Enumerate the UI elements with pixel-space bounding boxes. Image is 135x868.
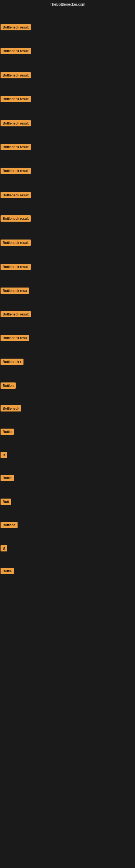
bottleneck-result-18: Bottle [1,429,14,436]
bottleneck-badge-6: Bottleneck result [1,144,31,150]
page-wrapper: TheBottlenecker.com Bottleneck resultBot… [0,0,135,868]
bottleneck-result-14: Bottleneck resu [1,335,29,342]
bottleneck-badge-19: B [1,452,7,458]
bottleneck-badge-2: Bottleneck result [1,48,31,54]
bottleneck-result-22: Bottlens [1,522,17,529]
bottleneck-result-2: Bottleneck result [1,48,31,55]
bottleneck-badge-21: Bott [1,499,11,505]
bottleneck-result-9: Bottleneck result [1,215,31,223]
bottleneck-result-20: Bottle [1,475,14,482]
bottleneck-result-24: Bottle [1,568,14,575]
bottleneck-result-19: B [1,452,7,459]
bottleneck-result-17: Bottleneck [1,405,21,412]
bottleneck-badge-5: Bottleneck result [1,120,31,126]
site-title-text: TheBottlenecker.com [50,2,85,6]
bottleneck-result-4: Bottleneck result [1,96,31,103]
bottleneck-result-12: Bottleneck resu [1,287,29,295]
bottleneck-result-5: Bottleneck result [1,120,31,127]
bottleneck-badge-7: Bottleneck result [1,167,31,174]
bottleneck-badge-23: B [1,545,7,552]
bottleneck-result-13: Bottleneck result [1,311,31,318]
bottleneck-badge-4: Bottleneck result [1,96,31,102]
bottleneck-result-6: Bottleneck result [1,144,31,151]
bottleneck-badge-1: Bottleneck result [1,24,31,30]
bottleneck-badge-12: Bottleneck resu [1,287,29,294]
bottleneck-result-3: Bottleneck result [1,72,31,80]
bottleneck-badge-14: Bottleneck resu [1,335,29,341]
bottleneck-result-7: Bottleneck result [1,167,31,175]
bottleneck-badge-24: Bottle [1,568,14,574]
bottleneck-badge-10: Bottleneck result [1,240,31,246]
bottleneck-badge-3: Bottleneck result [1,72,31,79]
bottleneck-result-11: Bottleneck result [1,264,31,271]
bottleneck-badge-18: Bottle [1,429,14,435]
bottleneck-result-1: Bottleneck result [1,24,31,31]
bottleneck-badge-9: Bottleneck result [1,215,31,222]
site-title: TheBottlenecker.com [0,0,135,9]
bottleneck-result-16: Bottlen [1,382,16,390]
bottleneck-badge-11: Bottleneck result [1,264,31,270]
bottleneck-result-8: Bottleneck result [1,192,31,199]
bottleneck-badge-15: Bottleneck r [1,359,24,365]
bottleneck-badge-16: Bottlen [1,382,16,389]
bottleneck-result-23: B [1,545,7,553]
bottleneck-result-21: Bott [1,499,11,506]
bottleneck-result-15: Bottleneck r [1,359,24,366]
bottleneck-badge-22: Bottlens [1,522,17,528]
bottleneck-badge-8: Bottleneck result [1,192,31,198]
bottleneck-badge-20: Bottle [1,475,14,481]
bottleneck-badge-17: Bottleneck [1,405,21,411]
results-container: Bottleneck resultBottleneck resultBottle… [0,9,135,868]
bottleneck-badge-13: Bottleneck result [1,311,31,317]
bottleneck-result-10: Bottleneck result [1,240,31,247]
